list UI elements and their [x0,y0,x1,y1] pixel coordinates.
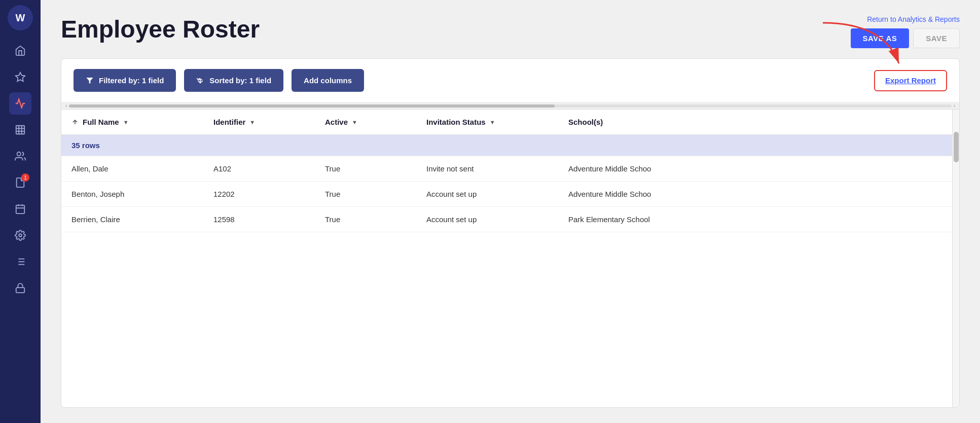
reports-badge: 1 [21,173,29,182]
cell-identifier: A102 [203,156,315,182]
svg-point-11 [19,234,22,237]
cell-identifier: 12202 [203,182,315,207]
cell-invitation-status: Account set up [416,207,558,232]
top-bar: Employee Roster Return to Analytics & Re… [61,15,960,48]
sidebar-item-buildings[interactable] [9,119,31,141]
cell-active: True [315,182,416,207]
svg-rect-7 [16,205,25,214]
table-row: Berrien, Claire 12598 True Account set u… [61,207,952,232]
scroll-right-arrow: › [954,103,955,109]
col-full-name[interactable]: Full Name ▼ [61,110,203,135]
cell-full-name: Allen, Dale [61,156,203,182]
col-identifier[interactable]: Identifier ▼ [203,110,315,135]
employee-table: Full Name ▼ Identifier ▼ [61,110,952,232]
col-schools-label: School(s) [568,118,603,126]
export-report-button[interactable]: Export Report [885,76,936,85]
vertical-scrollbar[interactable] [952,110,959,407]
cell-full-name: Benton, Joseph [61,182,203,207]
filter-button[interactable]: Filtered by: 1 field [74,69,176,92]
save-button[interactable]: SAVE [913,28,960,48]
col-identifier-label: Identifier [213,118,245,126]
col-invitation-status-dropdown[interactable]: ▼ [490,119,495,125]
table-header-row: Full Name ▼ Identifier ▼ [61,110,952,135]
sidebar-item-people[interactable] [9,145,31,167]
scroll-track [69,104,951,108]
cell-identifier: 12598 [203,207,315,232]
svg-rect-18 [16,288,25,293]
page-title: Employee Roster [61,15,260,43]
cell-schools: Adventure Middle Schoo [558,156,952,182]
cell-active: True [315,156,416,182]
main-content: Employee Roster Return to Analytics & Re… [41,0,980,423]
sidebar-item-home[interactable] [9,40,31,62]
svg-marker-20 [86,78,93,84]
row-count: 35 rows [61,135,952,156]
sidebar: W 1 [0,0,41,423]
vertical-scroll-thumb [954,132,959,162]
export-button-container: Export Report [874,70,947,91]
svg-rect-1 [16,126,25,134]
sort-icon [196,77,204,85]
sort-up-icon [71,119,79,126]
horizontal-scrollbar[interactable]: ‹ › [61,102,959,110]
col-full-name-label: Full Name [83,118,119,126]
col-active[interactable]: Active ▼ [315,110,416,135]
table-row: Benton, Joseph 12202 True Account set up… [61,182,952,207]
cell-schools: Park Elementary School [558,207,952,232]
sidebar-item-reports[interactable]: 1 [9,171,31,194]
table-row: Allen, Dale A102 True Invite not sent Ad… [61,156,952,182]
save-as-button[interactable]: SAVE AS [851,28,910,48]
content-card: Filtered by: 1 field Sorted by: 1 field … [61,58,960,408]
filter-label: Filtered by: 1 field [99,76,164,85]
sort-label: Sorted by: 1 field [209,76,271,85]
svg-point-6 [17,152,21,156]
sidebar-item-dashboard[interactable] [9,66,31,88]
sidebar-item-calendar[interactable] [9,198,31,220]
sidebar-item-settings[interactable] [9,224,31,246]
sort-button[interactable]: Sorted by: 1 field [184,69,283,92]
col-active-dropdown[interactable]: ▼ [352,119,357,125]
table-wrapper: Full Name ▼ Identifier ▼ [61,110,959,407]
sidebar-logo: W [8,5,33,30]
cell-active: True [315,207,416,232]
scroll-thumb [69,104,554,108]
toolbar: Filtered by: 1 field Sorted by: 1 field … [61,59,959,102]
add-columns-button[interactable]: Add columns [292,69,364,92]
sidebar-item-list[interactable] [9,251,31,273]
col-schools[interactable]: School(s) [558,110,952,135]
col-full-name-dropdown[interactable]: ▼ [123,119,129,125]
col-active-label: Active [325,118,348,126]
cell-schools: Adventure Middle Schoo [558,182,952,207]
cell-full-name: Berrien, Claire [61,207,203,232]
action-buttons: SAVE AS SAVE [851,28,960,48]
cell-invitation-status: Account set up [416,182,558,207]
sidebar-item-analytics[interactable] [9,92,31,115]
cell-invitation-status: Invite not sent [416,156,558,182]
scroll-left-arrow: ‹ [65,103,67,109]
svg-marker-0 [16,73,25,81]
table-inner[interactable]: Full Name ▼ Identifier ▼ [61,110,952,407]
sidebar-item-lock[interactable] [9,277,31,299]
col-identifier-dropdown[interactable]: ▼ [249,119,255,125]
row-count-row: 35 rows [61,135,952,156]
filter-icon [86,77,94,85]
return-link[interactable]: Return to Analytics & Reports [867,15,960,23]
col-invitation-status-label: Invitation Status [426,118,486,126]
add-columns-label: Add columns [304,76,352,85]
col-invitation-status[interactable]: Invitation Status ▼ [416,110,558,135]
top-right-actions: Return to Analytics & Reports SAVE AS SA… [851,15,960,48]
